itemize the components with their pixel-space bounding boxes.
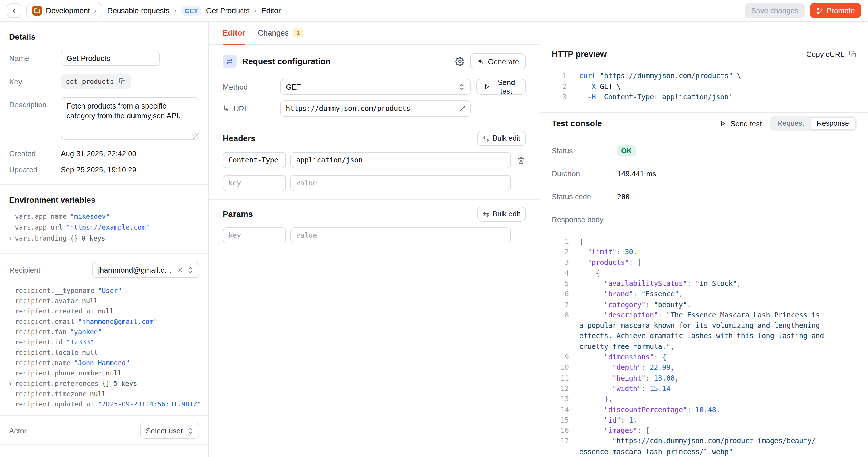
send-test-label: Send test — [494, 78, 519, 95]
response-line-content: "products": [ — [579, 257, 642, 268]
recipient-variables-list: recipient.__typename"User"recipient.avat… — [9, 285, 199, 409]
generate-button[interactable]: Generate — [470, 53, 526, 69]
params-bulk-edit-button[interactable]: ⇆ Bulk edit — [477, 207, 526, 222]
request-configuration-section: Request configuration Generate Method GE… — [209, 45, 539, 125]
copy-key-button[interactable] — [119, 78, 126, 85]
status-code-row: Status code 200 — [552, 192, 857, 202]
response-line-content: "dimensions": { — [579, 352, 666, 363]
name-input[interactable] — [61, 51, 160, 66]
recipient-variable-key: recipient.email — [15, 316, 74, 327]
created-label: Created — [9, 149, 61, 158]
header-key-input[interactable] — [223, 175, 286, 191]
editor-tabs: Editor Changes 1 — [209, 22, 539, 45]
delete-header-button[interactable] — [517, 156, 524, 164]
line-number: 13 — [552, 394, 569, 404]
line-number: 2 — [552, 247, 569, 257]
response-line-content: "availabilityStatus": "In Stock", — [579, 278, 741, 289]
send-test-button[interactable]: Send test — [476, 79, 526, 95]
response-line: 16 "images": [ — [552, 425, 857, 436]
header-key-input[interactable] — [223, 152, 286, 168]
headers-section: Headers ⇆ Bulk edit — [209, 125, 539, 200]
bulk-edit-label: Bulk edit — [493, 210, 520, 218]
line-number: 9 — [552, 352, 569, 363]
env-variable-value: {} — [70, 233, 78, 244]
updated-value: Sep 25 2025, 19:10:29 — [61, 165, 136, 174]
tab-editor[interactable]: Editor — [223, 22, 245, 45]
env-variable-key: vars.app_name — [15, 211, 67, 222]
breadcrumb-request-name[interactable]: Get Products — [206, 6, 250, 15]
method-badge: GET — [181, 6, 201, 16]
test-console-header: Test console Send test Request Response — [540, 113, 868, 135]
response-body-label: Response body — [552, 216, 617, 224]
line-number: 10 — [552, 363, 569, 373]
promote-button[interactable]: Promote — [810, 3, 861, 19]
recipient-variable-row: recipient.timezonenull — [9, 389, 199, 399]
recipient-variable-value: null — [106, 368, 122, 378]
request-configuration-title: Request configuration — [242, 57, 331, 66]
line-number: 6 — [552, 289, 569, 300]
copy-icon — [119, 78, 126, 85]
params-section: Params ⇆ Bulk edit — [209, 200, 539, 253]
response-line-content: "https://cdn.dummyjson.com/product-image… — [579, 436, 816, 447]
copy-curl-button[interactable]: Copy cURL — [806, 50, 857, 59]
tab-changes-label: Changes — [258, 28, 289, 37]
response-line-content: "description": "The Essence Mascara Lash… — [579, 310, 820, 321]
actor-section: Actor Select user — [0, 416, 208, 445]
response-tab[interactable]: Response — [810, 117, 856, 130]
settings-button[interactable] — [455, 57, 464, 66]
tab-changes[interactable]: Changes 1 — [258, 22, 303, 45]
expand-chevron-icon[interactable]: › — [9, 378, 11, 389]
generate-label: Generate — [488, 57, 519, 66]
recipient-variable-row: recipient.phone_numbernull — [9, 368, 199, 378]
param-value-input[interactable] — [290, 227, 511, 243]
breadcrumb-section[interactable]: Reusable requests — [107, 6, 169, 15]
line-number — [552, 321, 569, 331]
breadcrumb-separator: › — [174, 6, 177, 15]
details-sidebar: Details Name Key get-products — [0, 22, 209, 457]
corner-arrow-icon: ↳ — [223, 104, 229, 113]
request-response-toggle: Request Response — [770, 116, 857, 131]
actor-select[interactable]: Select user — [140, 423, 199, 438]
response-line: 17 "https://cdn.dummyjson.com/product-im… — [552, 436, 857, 447]
response-line: 11 "height": 13.08, — [552, 373, 857, 384]
request-tab[interactable]: Request — [771, 117, 810, 130]
response-line: 2 "limit": 30, — [552, 247, 857, 257]
header-value-input[interactable] — [290, 152, 511, 168]
recipient-header: Recipient jhammond@gmail.com — [9, 262, 199, 278]
environment-variables-heading: Environment variables — [9, 195, 199, 204]
recipient-variable-value: "jhammond@gmail.com" — [78, 316, 158, 327]
name-label: Name — [9, 51, 61, 66]
console-send-test-button[interactable]: Send test — [719, 119, 762, 128]
response-line: 12 "width": 15.14 — [552, 384, 857, 394]
recipient-selected-value: jhammond@gmail.com — [98, 266, 174, 274]
description-textarea[interactable]: Fetch products from a specific category … — [61, 97, 199, 140]
expand-chevron-icon[interactable]: › — [9, 233, 11, 244]
line-number: 2 — [552, 81, 567, 92]
environment-switcher[interactable]: Development › — [26, 3, 102, 19]
curl-line-content: -X GET \ — [579, 81, 621, 92]
env-variable-row: vars.app_url"https://example.com" — [9, 222, 199, 233]
clear-recipient-button[interactable] — [177, 267, 183, 273]
back-button[interactable] — [7, 3, 21, 18]
url-input[interactable] — [280, 100, 471, 117]
recipient-select[interactable]: jhammond@gmail.com — [92, 262, 199, 278]
curl-line-content: -H 'Content-Type: application/json' — [579, 92, 733, 102]
param-key-input[interactable] — [223, 227, 286, 243]
response-line: essence-mascara-lash-princess/1.webp" — [552, 446, 857, 457]
headers-header: Headers ⇆ Bulk edit — [223, 131, 526, 146]
response-line-content: "brand": "Essence", — [579, 289, 683, 300]
headers-bulk-edit-button[interactable]: ⇆ Bulk edit — [477, 131, 526, 146]
method-select[interactable]: GET — [280, 79, 471, 95]
response-line-content: "limit": 30, — [579, 247, 637, 257]
save-changes-button[interactable]: Save changes — [745, 3, 805, 19]
recipient-variable-key: recipient.phone_number — [15, 368, 102, 378]
curl-line: 3 -H 'Content-Type: application/json' — [552, 92, 857, 102]
header-value-input[interactable] — [290, 175, 511, 191]
key-value-pill: get-products — [61, 74, 131, 89]
line-number: 1 — [552, 71, 567, 81]
response-line-content: { — [579, 268, 600, 278]
recipient-variable-row: recipient.avatarnull — [9, 296, 199, 306]
headers-heading: Headers — [223, 134, 255, 143]
line-number: 12 — [552, 384, 569, 394]
expand-url-button[interactable] — [459, 105, 466, 112]
